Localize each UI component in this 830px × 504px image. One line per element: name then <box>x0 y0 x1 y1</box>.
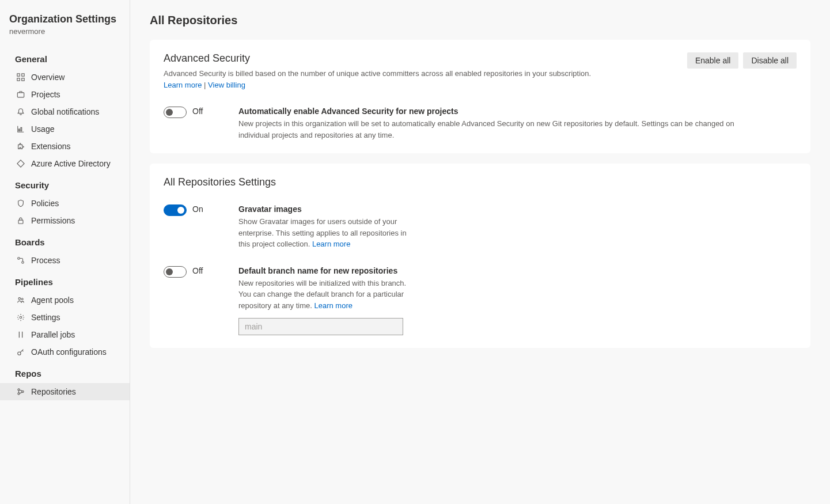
parallel-icon <box>16 330 25 339</box>
flow-icon <box>16 256 25 265</box>
page-title: All Repositories <box>150 14 810 27</box>
svg-point-11 <box>21 298 23 300</box>
puzzle-icon <box>16 142 25 151</box>
org-settings-title: Organization Settings <box>9 13 120 26</box>
nav-group-repos: Repos <box>0 361 130 383</box>
learn-more-link[interactable]: Learn more <box>164 81 202 89</box>
main-content: All Repositories Advanced Security Advan… <box>130 0 830 504</box>
gravatar-description: Show Gravatar images for users outside o… <box>238 216 417 250</box>
svg-rect-6 <box>21 128 22 131</box>
nav-group-boards: Boards <box>0 229 130 252</box>
nav-label: Global notifications <box>31 107 99 116</box>
svg-rect-2 <box>17 78 20 81</box>
auto-enable-toggle[interactable] <box>164 107 187 118</box>
view-billing-link[interactable]: View billing <box>208 81 245 89</box>
nav-label: Extensions <box>31 142 70 151</box>
nav-item-process[interactable]: Process <box>0 252 130 269</box>
nav-item-repositories[interactable]: Repositories <box>0 383 130 400</box>
advanced-security-title: Advanced Security <box>164 52 591 65</box>
default-branch-input[interactable] <box>238 318 403 335</box>
nav-item-policies[interactable]: Policies <box>0 195 130 212</box>
nav-label: Repositories <box>31 387 76 396</box>
nav-item-agent-pools[interactable]: Agent pools <box>0 291 130 309</box>
svg-point-10 <box>18 298 21 300</box>
gravatar-title: Gravatar images <box>238 204 417 214</box>
svg-rect-4 <box>17 93 24 97</box>
svg-rect-1 <box>22 74 24 76</box>
nav-label: Process <box>31 256 60 265</box>
nav-label: Azure Active Directory <box>31 159 111 168</box>
nav-item-oauth[interactable]: OAuth configurations <box>0 343 130 361</box>
gear-icon <box>16 313 25 322</box>
grid-icon <box>16 73 25 82</box>
nav-label: Parallel jobs <box>31 330 75 339</box>
diamond-icon <box>16 159 25 168</box>
svg-point-16 <box>18 389 20 391</box>
repo-icon <box>16 387 25 396</box>
nav-label: Settings <box>31 313 60 322</box>
sidebar-header: Organization Settings nevermore <box>0 13 130 46</box>
svg-rect-3 <box>22 78 24 81</box>
key-icon <box>16 347 25 357</box>
nav-label: Overview <box>31 73 65 82</box>
svg-rect-5 <box>19 129 20 131</box>
auto-enable-title: Automatically enable Advanced Security f… <box>238 107 757 116</box>
svg-rect-0 <box>17 74 20 76</box>
auto-enable-description: New projects in this organization will b… <box>238 118 757 141</box>
nav-item-projects[interactable]: Projects <box>0 86 130 103</box>
enable-all-button[interactable]: Enable all <box>687 52 739 69</box>
lock-icon <box>16 216 25 225</box>
nav-item-parallel-jobs[interactable]: Parallel jobs <box>0 326 130 343</box>
repo-settings-card: All Repositories Settings On Gravatar im… <box>150 164 810 348</box>
gravatar-toggle[interactable] <box>164 204 187 216</box>
nav-group-security: Security <box>0 172 130 195</box>
nav-item-global-notifications[interactable]: Global notifications <box>0 103 130 120</box>
bell-icon <box>16 107 25 116</box>
default-branch-toggle[interactable] <box>164 266 187 278</box>
nav-item-overview[interactable]: Overview <box>0 69 130 86</box>
nav-label: Permissions <box>31 216 75 225</box>
advanced-security-description: Advanced Security is billed based on the… <box>164 68 591 90</box>
svg-point-17 <box>18 393 20 395</box>
org-name: nevermore <box>9 27 120 36</box>
nav-item-settings[interactable]: Settings <box>0 309 130 326</box>
svg-point-8 <box>18 257 20 260</box>
shield-icon <box>16 199 25 208</box>
nav-item-usage[interactable]: Usage <box>0 120 130 138</box>
briefcase-icon <box>16 90 25 99</box>
gravatar-learn-more-link[interactable]: Learn more <box>312 240 350 248</box>
sidebar: Organization Settings nevermore General … <box>0 0 130 504</box>
repo-settings-title: All Repositories Settings <box>164 176 797 188</box>
gravatar-state: On <box>192 204 203 214</box>
nav-label: Policies <box>31 199 59 208</box>
nav-item-aad[interactable]: Azure Active Directory <box>0 155 130 172</box>
advanced-security-card: Advanced Security Advanced Security is b… <box>150 40 810 153</box>
nav-group-general: General <box>0 46 130 69</box>
default-branch-learn-more-link[interactable]: Learn more <box>314 301 353 310</box>
svg-point-12 <box>20 317 22 319</box>
default-branch-description: New repositories will be initialized wit… <box>238 278 417 312</box>
chart-icon <box>16 124 25 134</box>
svg-point-9 <box>22 262 24 264</box>
svg-rect-7 <box>18 221 23 224</box>
default-branch-title: Default branch name for new repositories <box>238 266 417 275</box>
nav-item-permissions[interactable]: Permissions <box>0 212 130 229</box>
auto-enable-state: Off <box>192 107 203 116</box>
nav-label: Usage <box>31 124 54 134</box>
nav-label: OAuth configurations <box>31 347 107 357</box>
nav-group-pipelines: Pipelines <box>0 269 130 291</box>
nav-label: Projects <box>31 90 60 99</box>
default-branch-state: Off <box>192 266 203 275</box>
nav-label: Agent pools <box>31 295 74 305</box>
people-icon <box>16 295 25 305</box>
nav-item-extensions[interactable]: Extensions <box>0 138 130 155</box>
disable-all-button[interactable]: Disable all <box>743 52 797 69</box>
